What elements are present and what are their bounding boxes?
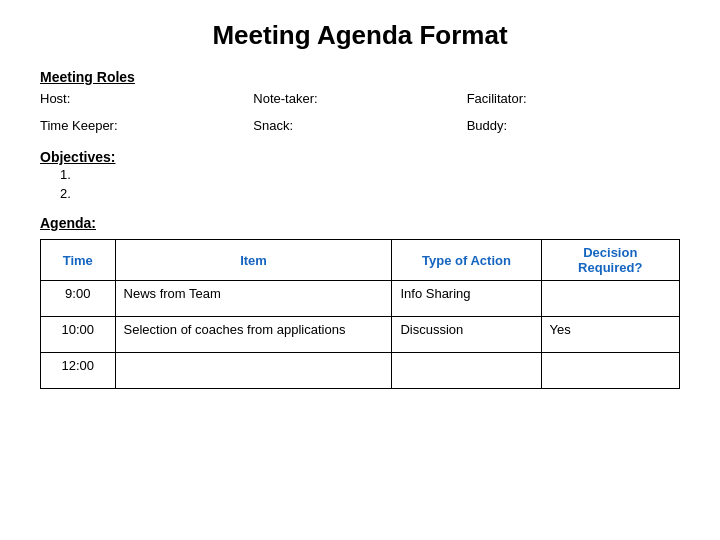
role-host: Host: <box>40 89 253 108</box>
role-notetaker: Note-taker: <box>253 89 466 108</box>
page: Meeting Agenda Format Meeting Roles Host… <box>0 0 720 540</box>
cell-action-1: Discussion <box>392 317 541 353</box>
cell-action-2 <box>392 353 541 389</box>
role-buddy: Buddy: <box>467 116 680 135</box>
header-time: Time <box>41 240 116 281</box>
agenda-section: Agenda: Time Item Type of Action Decisio… <box>40 205 680 389</box>
cell-decision-2 <box>541 353 679 389</box>
table-row: 12:00 <box>41 353 680 389</box>
roles-row-1: Host: Note-taker: Facilitator: <box>40 89 680 108</box>
agenda-table: Time Item Type of Action Decision Requir… <box>40 239 680 389</box>
cell-action-0: Info Sharing <box>392 281 541 317</box>
objectives-section: Objectives: 1. 2. <box>40 143 680 205</box>
table-row: 9:00 News from Team Info Sharing <box>41 281 680 317</box>
cell-decision-1: Yes <box>541 317 679 353</box>
role-timekeeper: Time Keeper: <box>40 116 253 135</box>
cell-time-1: 10:00 <box>41 317 116 353</box>
header-item: Item <box>115 240 392 281</box>
table-header-row: Time Item Type of Action Decision Requir… <box>41 240 680 281</box>
meeting-roles-heading: Meeting Roles <box>40 69 680 85</box>
cell-item-1: Selection of coaches from applications <box>115 317 392 353</box>
agenda-heading: Agenda: <box>40 215 680 231</box>
table-row: 10:00 Selection of coaches from applicat… <box>41 317 680 353</box>
role-snack: Snack: <box>253 116 466 135</box>
header-action: Type of Action <box>392 240 541 281</box>
roles-row-2: Time Keeper: Snack: Buddy: <box>40 116 680 135</box>
role-facilitator: Facilitator: <box>467 89 680 108</box>
meeting-roles-section: Meeting Roles Host: Note-taker: Facilita… <box>40 69 680 143</box>
cell-time-2: 12:00 <box>41 353 116 389</box>
cell-decision-0 <box>541 281 679 317</box>
cell-time-0: 9:00 <box>41 281 116 317</box>
cell-item-0: News from Team <box>115 281 392 317</box>
objective-2: 2. <box>40 186 680 201</box>
page-title: Meeting Agenda Format <box>40 20 680 51</box>
objectives-heading: Objectives: <box>40 149 680 165</box>
header-decision: Decision Required? <box>541 240 679 281</box>
objective-1: 1. <box>40 167 680 182</box>
cell-item-2 <box>115 353 392 389</box>
